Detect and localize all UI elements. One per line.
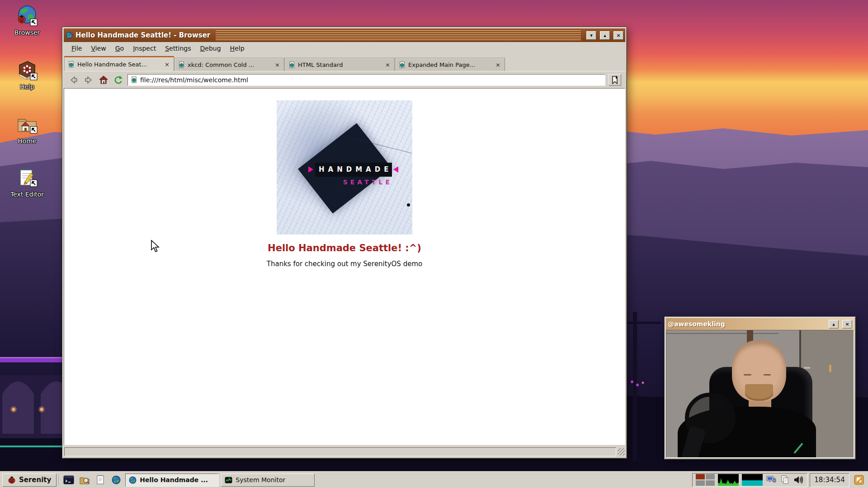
cpu-graph-applet[interactable] [718,474,739,486]
task-button-browser[interactable]: Hello Handmade ... [125,474,219,487]
tab-expanded-main-page[interactable]: Expanded Main Page... × [395,58,505,71]
memory-graph-applet[interactable] [742,474,763,486]
ladybug-icon [8,476,16,484]
system-tray [692,473,807,487]
page-globe-icon [131,76,137,83]
close-button[interactable]: × [842,320,852,328]
person-beard [745,384,773,401]
maximize-button[interactable]: ▴ [829,320,839,328]
tab-html-standard[interactable]: HTML Standard × [285,58,395,71]
desktop-icon-browser[interactable]: Browser [6,5,48,36]
page-heading: Hello Handmade Seattle! :^) [64,243,625,253]
speaker-icon[interactable] [793,475,804,485]
clock: 18:34:54 [810,473,849,487]
menu-debug[interactable]: Debug [196,43,225,53]
network-icon[interactable] [766,475,777,485]
globe-icon [66,32,73,39]
logo-banner: HANDMADE [315,163,392,177]
quick-launch-file-manager[interactable] [78,474,91,487]
globe-ladybug-icon [16,5,38,27]
page-subtitle: Thanks for checking out my SerenityOS de… [64,260,625,268]
bookmark-icon [611,75,619,84]
menu-file[interactable]: File [67,43,86,53]
menu-view[interactable]: View [87,43,110,53]
tab-xkcd[interactable]: xkcd: Common Cold ... × [175,58,284,71]
titlebar-stripes [216,30,581,40]
logo-subtext: SEATTLE [277,178,392,186]
url-box [127,74,605,86]
close-button[interactable]: × [613,31,623,40]
system-monitor-icon [225,476,232,484]
taskbar: Serenity Hello Handmade ... System M [0,471,868,488]
webcam-window: @awesomekling ▴ × [664,316,856,460]
desktop-icon-home[interactable]: Home [6,113,48,145]
forward-button[interactable] [83,74,94,86]
menu-inspect[interactable]: Inspect [129,43,160,53]
tab-bar: Hello Handmade Seat... × xkcd: Common Co… [64,55,625,71]
handmade-seattle-logo: HANDMADE SEATTLE [277,100,412,235]
window-title: Hello Handmade Seattle! - Browser [75,31,210,39]
page-globe-icon [288,61,295,68]
quick-launch-text-editor[interactable] [94,474,107,487]
back-icon [69,75,79,85]
mouse-cursor-icon [151,240,161,253]
shortcut-arrow-icon [30,73,37,80]
workspace-pager-applet[interactable] [696,474,715,486]
logo-triangle-right [393,166,398,173]
resize-grip[interactable] [618,448,625,455]
desktop-icon-label: Home [6,137,48,145]
webcam-titlebar[interactable]: @awesomekling ▴ × [666,318,854,330]
terminal-icon [63,475,74,485]
logo-triangle-left [308,166,313,173]
show-desktop-button[interactable] [852,473,866,487]
home-icon [99,75,108,85]
file-manager-icon [79,475,90,485]
clipboard-icon[interactable] [780,475,790,485]
desktop-icon-text-editor[interactable]: Text Editor [6,166,48,198]
menu-go[interactable]: Go [111,43,128,53]
maximize-button[interactable]: ▴ [600,31,610,40]
reload-icon [113,75,123,85]
tab-close-icon[interactable]: × [384,61,391,68]
menu-bar: File View Go Inspect Settings Debug Help [64,42,625,55]
navigation-toolbar [64,71,625,88]
door-handle [829,365,831,372]
tab-close-icon[interactable]: × [164,61,170,68]
globe-icon [112,475,121,484]
tab-close-icon[interactable]: × [274,61,281,68]
help-book-icon [16,59,38,81]
quick-launch-browser[interactable] [109,474,123,487]
window-title: @awesomekling [668,320,725,328]
status-bar [64,445,625,457]
home-button[interactable] [98,74,109,86]
back-button[interactable] [68,74,80,86]
webcam-video [666,330,854,458]
desktop-icon-help[interactable]: Help [6,59,48,90]
tab-close-icon[interactable]: × [495,61,501,68]
home-folder-icon [16,113,38,136]
desktop-icon-label: Browser [6,29,48,36]
shortcut-arrow-icon [30,180,37,187]
separator [59,474,60,486]
task-button-system-monitor[interactable]: System Monitor [221,474,315,487]
desktop-icon-label: Text Editor [6,191,48,198]
start-button[interactable]: Serenity [2,474,57,487]
quick-launch-terminal[interactable] [62,474,75,487]
menu-settings[interactable]: Settings [161,43,195,53]
notepad-icon [95,475,105,485]
browser-window: Hello Handmade Seattle! - Browser ▾ ▴ × … [62,27,627,459]
shortcut-arrow-icon [30,19,37,26]
tab-hello-handmade[interactable]: Hello Handmade Seat... × [64,56,174,71]
page-content: HANDMADE SEATTLE Hello Handmade Seattle!… [64,88,625,445]
page-globe-icon [68,61,75,68]
bookmark-button[interactable] [609,74,621,86]
url-input[interactable] [140,76,602,84]
text-editor-icon [16,166,38,189]
minimize-button[interactable]: ▾ [586,31,596,40]
note-pencil-icon [854,474,864,485]
shortcut-arrow-icon [30,127,37,133]
reload-button[interactable] [113,74,124,86]
desktop-icon-label: Help [6,83,48,90]
menu-help[interactable]: Help [226,43,249,53]
browser-titlebar[interactable]: Hello Handmade Seattle! - Browser ▾ ▴ × [64,28,625,42]
